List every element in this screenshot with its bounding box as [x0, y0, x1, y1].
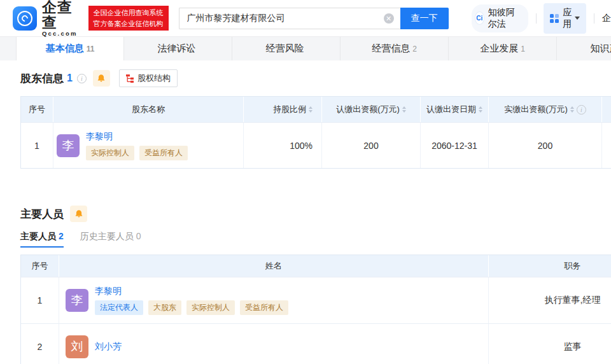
shareholders-section-header: 股东信息 1 i 股权结构	[20, 60, 611, 96]
info-icon[interactable]: i	[577, 105, 586, 115]
bell-icon	[74, 209, 83, 218]
shareholder-row: 1 李 李黎明 实际控制人 受益所有人 100% 200 2060-12-31 …	[21, 122, 611, 168]
chevron-down-icon	[575, 17, 580, 20]
shareholders-table-header: 序号 股东名称 持股比例 认缴出资额(万元) 认缴出资日期 实缴出资额(万元) …	[21, 97, 611, 122]
position-cell: 执行董事,经理	[489, 277, 611, 323]
bell-icon	[97, 74, 106, 83]
col-subscribed-capital[interactable]: 认缴出资额(万元)	[322, 97, 421, 122]
shareholders-table: 序号 股东名称 持股比例 认缴出资额(万元) 认缴出资日期 实缴出资额(万元) …	[20, 96, 611, 169]
search-input[interactable]	[179, 8, 400, 29]
subscribed-capital-cell: 200	[322, 123, 421, 168]
qcc-logo-text[interactable]: 企查查 Qcc.com	[42, 0, 81, 37]
paid-capital-cell: 200	[489, 123, 602, 168]
subscribed-date-cell: 2060-12-31	[421, 123, 489, 168]
sort-icon[interactable]	[309, 106, 313, 113]
position-cell: 监事	[489, 324, 611, 364]
person-name-link[interactable]: 李黎明	[95, 286, 288, 297]
shareholder-name-link[interactable]: 李黎明	[86, 131, 188, 143]
search-bar: ✕ 查一下	[179, 8, 449, 29]
person-name-cell: 李 李黎明 法定代表人 大股东 实际控制人 受益所有人	[59, 277, 489, 323]
tag-actual-controller: 实际控制人	[86, 146, 134, 160]
brand-domain: Qcc.com	[42, 30, 81, 37]
apps-label: 应用	[563, 7, 572, 30]
avatar[interactable]: 李	[66, 289, 88, 312]
tab-count: 11	[87, 45, 95, 53]
tag-legal-representative: 法定代表人	[95, 300, 143, 315]
avatar[interactable]: 李	[57, 134, 80, 157]
apps-menu-button[interactable]: 应用	[544, 3, 586, 34]
tab-count: 1	[521, 45, 525, 53]
subtab-history-personnel[interactable]: 历史主要人员0	[80, 231, 141, 248]
serial-cell: 2	[21, 324, 59, 364]
info-icon[interactable]: i	[77, 74, 87, 83]
avatar[interactable]: 刘	[66, 335, 88, 358]
personnel-table: 序号 姓名 职务 1 李 李黎明 法定代表人 大股东 实际控制人 受益所有人 执…	[20, 255, 611, 364]
col-subscribed-date[interactable]: 认缴出资日期	[421, 97, 489, 122]
tab-operation-risk[interactable]: 经营风险	[232, 37, 341, 60]
col-serial: 序号	[21, 255, 59, 277]
clear-search-icon[interactable]: ✕	[384, 13, 394, 24]
zhibi-alpha-label: 知彼阿尔法	[488, 7, 519, 30]
personnel-table-header: 序号 姓名 职务	[21, 255, 611, 277]
bell-notification-button[interactable]	[70, 206, 87, 222]
divider	[536, 13, 537, 24]
sort-icon[interactable]	[570, 106, 574, 113]
serial-cell: 1	[21, 277, 59, 323]
person-name-link[interactable]: 刘小芳	[95, 341, 122, 353]
tab-count: 2	[412, 45, 417, 53]
divider	[594, 13, 594, 24]
personnel-row: 2 刘 刘小芳 监事	[21, 323, 611, 364]
badge-line2: 官方备案企业征信机构	[94, 18, 164, 29]
tab-basic-info[interactable]: 基本信息11	[16, 37, 124, 60]
personnel-row: 1 李 李黎明 法定代表人 大股东 实际控制人 受益所有人 执行董事,经理	[21, 277, 611, 323]
clipped-menu-item[interactable]: 企	[602, 13, 611, 24]
col-person-name: 姓名	[59, 255, 489, 277]
zhibi-alpha-button[interactable]: Ci 知彼阿尔法	[472, 4, 528, 32]
search-button[interactable]: 查一下	[400, 8, 449, 29]
tag-beneficial-owner: 受益所有人	[139, 146, 188, 160]
col-serial: 序号	[21, 97, 53, 122]
tag-major-shareholder: 大股东	[148, 300, 181, 315]
company-tab-bar: 基本信息11 法律诉讼 经营风险 经营信息2 企业发展1 知识产权	[0, 36, 611, 60]
col-position: 职务	[489, 255, 611, 277]
paid-date-cell	[602, 123, 611, 168]
shareholder-name-cell: 李 李黎明 实际控制人 受益所有人	[53, 123, 244, 168]
bell-notification-button[interactable]	[93, 70, 110, 87]
personnel-subtabs: 主要人员2 历史主要人员0	[20, 231, 611, 248]
personnel-title: 主要人员	[20, 207, 64, 221]
tab-intellectual-property[interactable]: 知识产权	[557, 37, 611, 60]
sort-icon[interactable]	[402, 106, 406, 113]
col-shareholder-name: 股东名称	[53, 97, 244, 122]
header-right-group: Ci 知彼阿尔法 应用 企	[472, 3, 611, 34]
equity-structure-button[interactable]: 股权结构	[119, 69, 178, 87]
tag-actual-controller: 实际控制人	[186, 300, 235, 315]
tab-operation-info[interactable]: 经营信息2	[341, 37, 449, 60]
col-share-ratio[interactable]: 持股比例	[244, 97, 322, 122]
subtab-count: 0	[136, 231, 141, 241]
col-paid-date: 实缴出资日期	[602, 97, 611, 122]
shareholders-title: 股东信息	[20, 71, 64, 86]
personnel-section-header: 主要人员	[20, 204, 611, 223]
badge-line1: 全国企业信用查询系统	[94, 8, 164, 18]
tag-beneficial-owner: 受益所有人	[240, 300, 288, 315]
top-header: 企查查 Qcc.com 全国企业信用查询系统 官方备案企业征信机构 ✕ 查一下 …	[0, 0, 611, 36]
apps-grid-icon	[550, 14, 559, 23]
shareholders-count: 1	[67, 73, 73, 84]
subtab-current-personnel[interactable]: 主要人员2	[20, 231, 64, 248]
zhibi-alpha-icon: Ci	[475, 11, 484, 25]
tab-company-development[interactable]: 企业发展1	[449, 37, 557, 60]
tab-legal-litigation[interactable]: 法律诉讼	[124, 37, 232, 60]
serial-cell: 1	[21, 123, 53, 168]
equity-structure-icon	[126, 74, 134, 83]
share-ratio-cell: 100%	[244, 123, 322, 168]
subtab-count: 2	[59, 231, 64, 241]
qcc-logo-icon[interactable]	[13, 6, 37, 31]
brand-name: 企查查	[42, 0, 81, 30]
credential-badge: 全国企业信用查询系统 官方备案企业征信机构	[88, 6, 169, 31]
sort-icon[interactable]	[479, 106, 482, 113]
person-name-cell: 刘 刘小芳	[59, 324, 489, 364]
col-paid-capital[interactable]: 实缴出资额(万元) i	[489, 97, 602, 122]
